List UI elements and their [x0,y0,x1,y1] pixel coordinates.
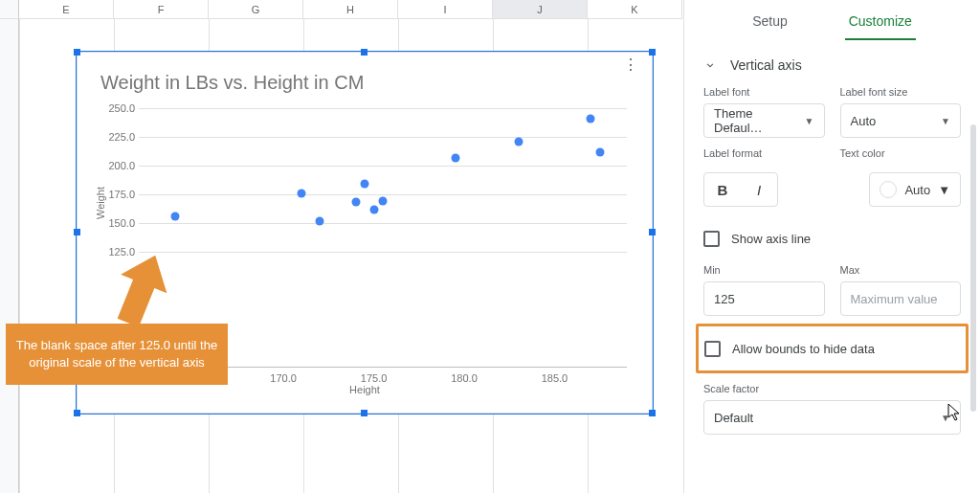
tab-setup[interactable]: Setup [748,6,791,40]
text-color-dropdown[interactable]: Auto ▼ [869,172,961,207]
gridline [139,166,627,167]
caret-down-icon: ▼ [805,116,814,126]
gridline [139,194,627,195]
bold-button[interactable]: B [704,173,741,206]
data-point[interactable] [451,153,459,162]
data-point[interactable] [298,189,306,197]
column-header[interactable]: G [209,0,303,19]
section-vertical-axis[interactable]: Vertical axis [703,40,961,86]
gridline [139,252,627,253]
gridline [139,137,627,138]
x-tick-label: 185.0 [542,372,568,384]
label-font-size-label: Label font size [840,86,962,98]
annotation-callout: The blank space after 125.0 until the or… [6,324,228,385]
sidebar-scrollbar[interactable] [970,124,976,412]
gridline [139,108,627,109]
label-font-size-value: Auto [851,114,877,128]
resize-handle[interactable] [649,229,656,235]
chart-title[interactable]: Weight in LBs vs. Height in CM [100,72,364,94]
y-tick-label: 150.0 [108,217,135,229]
mouse-cursor-icon [947,403,963,426]
corner-cell [0,0,19,19]
color-swatch-icon [880,181,897,198]
gridline [139,223,627,224]
max-input[interactable]: Maximum value [840,281,962,316]
y-axis-label: Weight [95,187,106,219]
spreadsheet-canvas[interactable]: EFGHIJK Weight in LBs vs. Height in CM ⋮… [0,0,681,493]
column-header[interactable]: K [588,0,682,19]
data-point[interactable] [361,180,369,189]
label-format-label: Label format [703,147,825,159]
x-axis-label: Height [78,384,652,395]
data-point[interactable] [351,198,360,207]
label-font-label: Label font [703,86,825,98]
text-color-value: Auto [904,183,930,197]
show-axis-line-label: Show axis line [731,232,811,246]
column-header[interactable]: H [303,0,398,19]
label-font-dropdown[interactable]: Theme Defaul… ▼ [703,103,825,138]
y-tick-label: 250.0 [108,102,135,114]
text-color-label: Text color [840,147,962,159]
section-title: Vertical axis [730,57,802,73]
data-point[interactable] [379,197,388,206]
min-label: Min [703,264,825,276]
max-placeholder: Maximum value [851,292,938,306]
svg-marker-0 [105,246,179,332]
data-point[interactable] [514,137,523,146]
data-point[interactable] [587,114,595,123]
caret-down-icon: ▼ [938,183,950,197]
resize-handle[interactable] [74,410,80,416]
chevron-down-icon [703,58,717,72]
scale-factor-dropdown[interactable]: Default ▼ [703,400,961,435]
min-input[interactable]: 125 [703,281,825,316]
data-point[interactable] [170,212,179,220]
column-header[interactable]: F [114,0,209,19]
x-tick-label: 180.0 [451,372,478,384]
scale-factor-value: Default [714,411,753,425]
label-font-value: Theme Defaul… [714,106,805,135]
allow-bounds-label: Allow bounds to hide data [732,342,875,356]
data-point[interactable] [595,147,604,156]
row-gutter [0,19,19,493]
y-tick-label: 225.0 [108,131,135,143]
allow-bounds-row[interactable]: Allow bounds to hide data [704,330,960,367]
italic-button[interactable]: I [741,173,777,206]
column-header[interactable]: J [493,0,588,19]
resize-handle[interactable] [74,229,80,235]
format-bold-italic[interactable]: B I [703,172,778,207]
chart-menu-icon[interactable]: ⋮ [623,62,638,68]
y-tick-label: 200.0 [108,160,135,171]
highlighted-option: Allow bounds to hide data [696,324,969,373]
caret-down-icon: ▼ [941,116,950,126]
min-value: 125 [714,292,735,306]
data-point[interactable] [369,205,378,213]
scale-factor-label: Scale factor [703,383,961,394]
checkbox-icon[interactable] [704,341,721,357]
x-tick-label: 175.0 [361,372,388,384]
y-tick-label: 175.0 [108,189,135,200]
resize-handle[interactable] [74,49,80,56]
column-headers: EFGHIJK [0,0,681,19]
resize-handle[interactable] [361,49,368,56]
x-tick-label: 170.0 [270,372,297,384]
column-header[interactable]: I [398,0,493,19]
checkbox-icon[interactable] [703,231,720,247]
show-axis-line-row[interactable]: Show axis line [703,220,961,257]
callout-text: The blank space after 125.0 until the or… [16,338,217,370]
max-label: Max [840,264,962,276]
sidebar-tabs: Setup Customize [703,0,961,40]
resize-handle[interactable] [649,49,656,56]
resize-handle[interactable] [361,410,368,416]
tab-customize[interactable]: Customize [845,6,916,40]
resize-handle[interactable] [649,410,656,416]
column-header[interactable]: E [19,0,114,19]
label-font-size-dropdown[interactable]: Auto ▼ [840,103,962,138]
data-point[interactable] [315,216,323,225]
chart-editor-sidebar: Setup Customize Vertical axis Label font… [683,0,980,493]
